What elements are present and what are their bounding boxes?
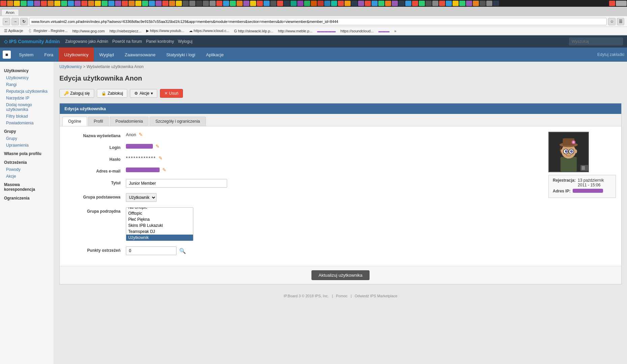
update-bar: Aktualizuj użytkownika [60,266,621,284]
search-icon[interactable]: 🔍 [179,248,186,254]
grupa-podrz-multiselect[interactable]: I am Sheep. Moderator Na Urlopie Offtopi… [126,207,193,241]
browser-toolbar: ← → ↻ ☆ ☰ [0,16,627,27]
bookmark-more[interactable]: » [393,29,398,33]
main-content: Użytkownicy > Wyświetlanie użytkownika A… [54,62,627,364]
sidebar-item-grupy[interactable]: Grupy [0,135,54,142]
login-button[interactable]: 🔑 Zaloguj się [59,89,94,98]
topbar-link-panel[interactable]: Panel kontrolny [146,39,174,44]
block-button[interactable]: 🔒 Zablokuj [97,89,127,98]
login-masked [126,144,153,149]
forward-button[interactable]: → [11,18,19,25]
bookmark-item[interactable]: ☁ https://www.icloud.c... [188,28,231,33]
reload-button[interactable]: ↻ [20,18,28,25]
ostrzezenia-input[interactable] [126,246,176,255]
form-fields: Nazwa wyświetlana Anon ✎ Login ✎ [65,132,543,261]
sidebar-item-dodaj[interactable]: Dodaj nowego użytkownika [0,101,54,113]
page-footer: IP.Board 3 © 2018 IPS, Inc. | Pomoc | Od… [54,290,627,302]
nav-edit-link[interactable]: Edytuj zakładki [597,52,624,57]
edit-haslo-icon[interactable]: ✎ [159,155,163,161]
label-email: Adres e-mail [65,167,126,174]
warning-row: 🔍 [126,246,186,255]
nav-item-uzytkownicy[interactable]: Użytkownicy [59,48,94,62]
value-ostrzezenia: 🔍 [126,246,543,255]
footer-link-pomoc[interactable]: Pomoc [336,294,348,298]
page-title: Edycja użytkownika Anon [54,72,627,86]
form-row-grupa-podstawowa: Grupa podstawowa Użytkownik [65,193,543,202]
sidebar-item-narzedzie-ip[interactable]: Narzędzie IP [0,95,54,101]
sidebar-item-rangi[interactable]: Rangi [0,81,54,88]
topbar-link-forum[interactable]: Powrót na forum [112,39,142,44]
breadcrumb-uzytkownicy[interactable]: Użytkownicy [59,64,82,69]
tab-profil[interactable]: Profil [88,117,109,126]
sidebar-item-reputacja[interactable]: Reputacja użytkownika [0,88,54,95]
delete-button[interactable]: ✕ Usuń [160,89,183,98]
nav-item-system[interactable]: System [13,48,39,62]
bookmark-item[interactable]: http://www.gog.com [71,29,106,33]
browser-tabs: Anon [0,7,627,16]
url-bar[interactable] [29,18,607,25]
value-haslo: ************ ✎ [126,155,543,161]
bookmark-item[interactable]: http://www.meble.p... [277,29,314,33]
actions-button[interactable]: ⚙ Akcje ▾ [130,89,157,98]
svg-point-12 [571,151,572,152]
tytul-input[interactable] [126,179,227,188]
label-grupa-podstawowa: Grupa podstawowa [65,193,126,200]
back-button[interactable]: ← [3,18,10,25]
sidebar-item-powody[interactable]: Powody [0,166,54,173]
label-grupa-podrz: Grupa podrzędna [65,207,126,214]
edit-login-icon[interactable]: ✎ [156,144,160,149]
form-row-tytul: Tytuł [65,179,543,188]
nav-icon: ■ [3,51,11,59]
breadcrumb-current: Wyświetlanie użytkownika Anon [86,64,143,69]
registration-value: 13 październik 2011 - 15:06 [578,178,611,187]
edit-email-icon[interactable]: ✎ [162,167,166,173]
admin-search-input[interactable] [569,37,623,46]
tab-ogolne[interactable]: Ogólne [62,117,87,126]
bookmark-item[interactable]: 🐇 Register - Registre... [26,28,69,33]
value-email: ✎ [126,167,543,173]
value-login: ✎ [126,144,543,149]
bookmark-button[interactable]: ☆ [608,18,616,25]
svg-point-18 [574,149,577,153]
value-grupa-podrz: I am Sheep. Moderator Na Urlopie Offtopi… [126,207,543,241]
topbar-link-logout[interactable]: Wyloguj [178,39,192,44]
bookmark-item[interactable]: http://niebezpiecz... [108,29,143,33]
nav-item-aplikacje[interactable]: Aplikacje [201,48,229,62]
svg-rect-21 [585,165,588,171]
bookmark-item[interactable]: ▬▬▬ [377,29,391,33]
sidebar-item-powiadomienia[interactable]: Powiadomienia [0,120,54,126]
edit-nazwa-icon[interactable]: ✎ [139,132,143,137]
sidebar-group-masowa: Masowa korespondencja [0,180,54,193]
label-nazwa: Nazwa wyświetlana [65,132,126,138]
tabs: Ogólne Profil Powiadomienia Szczegóły i … [60,114,621,126]
bookmark-item[interactable]: ▶ https://www.youtub... [145,28,186,33]
sidebar-item-akcje[interactable]: Akcje [0,173,54,180]
nav-item-zaawansowane[interactable]: Zaawansowane [119,48,161,62]
delete-icon: ✕ [164,91,168,96]
nav-item-wyglad[interactable]: Wygląd [94,48,119,62]
tab-powiadomienia[interactable]: Powiadomienia [110,117,148,126]
bookmark-item[interactable]: https://soundcloud... [339,29,375,33]
admin-topbar-links: Zalogowano jako Admin Powrót na forum Pa… [65,39,192,44]
topbar-link-logged[interactable]: Zalogowano jako Admin [65,39,108,44]
sidebar-item-uzytkownicy[interactable]: Użytkownicy [0,74,54,81]
footer-link-marketplace[interactable]: Odwiedź IPS Marketplace [355,294,398,298]
update-button[interactable]: Aktualizuj użytkownika [311,270,370,280]
sidebar-item-uprawnienia[interactable]: Uprawnienia [0,142,54,149]
bookmark-item[interactable]: ▬▬▬▬▬ [316,29,337,33]
lock-icon: 🔒 [101,91,106,96]
sidebar: Użytkownicy Użytkownicy Rangi Reputacja … [0,62,54,364]
form-row-nazwa: Nazwa wyświetlana Anon ✎ [65,132,543,138]
nav-item-fora[interactable]: Fora [39,48,59,62]
bookmark-item[interactable]: ☰ Aplikacje [3,28,24,33]
nav-item-statystyki[interactable]: Statystyki i logi [161,48,201,62]
settings-button[interactable]: ☰ [617,18,624,25]
grupa-podstawowa-select[interactable]: Użytkownik [126,193,157,202]
admin-topbar: ◇ IPS Community Admin Zalogowano jako Ad… [0,35,627,48]
main-nav: ■ System Fora Użytkownicy Wygląd Zaawans… [0,48,627,62]
tab-szczegoly[interactable]: Szczegóły i ograniczenia [149,117,206,126]
browser-tab[interactable]: Anon [1,9,19,16]
sidebar-group-grupy: Grupy [0,126,54,135]
sidebar-item-filtry[interactable]: Filtry blokad [0,113,54,120]
bookmark-item[interactable]: G http://slowacki.klp.p... [233,29,275,33]
